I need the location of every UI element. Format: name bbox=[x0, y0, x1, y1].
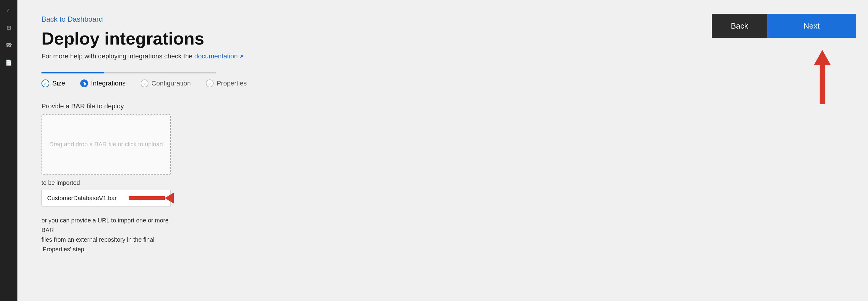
upload-placeholder: Drag and drop a BAR file or click to upl… bbox=[49, 141, 163, 148]
right-panel: Back Next bbox=[700, 0, 868, 301]
external-link-icon: ↗ bbox=[239, 53, 243, 60]
step-properties[interactable]: ○ Properties bbox=[206, 79, 247, 87]
step-integrations[interactable]: ◑ Integrations bbox=[80, 79, 126, 87]
steps-progress-bar bbox=[41, 72, 216, 74]
step-size[interactable]: ✓ Size bbox=[41, 79, 65, 87]
steps-list: ✓ Size ◑ Integrations ○ Configuration ○ … bbox=[41, 79, 676, 87]
step-configuration[interactable]: ○ Configuration bbox=[141, 79, 191, 87]
bottom-text: or you can provide a URL to import one o… bbox=[41, 216, 171, 254]
arrow-left bbox=[129, 193, 174, 203]
arrow-up-head bbox=[814, 50, 831, 65]
step-size-icon: ✓ bbox=[41, 79, 49, 87]
step-integrations-label: Integrations bbox=[91, 79, 126, 87]
arrow-up-container bbox=[814, 50, 831, 104]
file-name: CustomerDatabaseV1.bar bbox=[47, 195, 117, 202]
arrow-left-tail bbox=[129, 196, 165, 200]
step-properties-label: Properties bbox=[217, 79, 247, 87]
arrow-up-tail bbox=[819, 65, 825, 104]
documentation-link[interactable]: documentation↗ bbox=[194, 52, 243, 60]
subtitle-text: For more help with deploying integration… bbox=[41, 52, 193, 60]
step-integrations-icon: ◑ bbox=[80, 79, 88, 87]
sidebar-icon-document[interactable]: 📄 bbox=[4, 58, 13, 67]
imported-label: to be imported bbox=[41, 180, 676, 186]
step-configuration-label: Configuration bbox=[152, 79, 191, 87]
back-to-dashboard-link[interactable]: Back to Dashboard bbox=[41, 15, 103, 24]
next-button[interactable]: Next bbox=[767, 14, 856, 38]
upload-label: Provide a BAR file to deploy bbox=[41, 102, 676, 110]
sidebar-icon-grid[interactable]: ⊞ bbox=[4, 24, 13, 32]
file-row: CustomerDatabaseV1.bar bbox=[41, 190, 171, 207]
back-button[interactable]: Back bbox=[712, 14, 767, 38]
page-subtitle: For more help with deploying integration… bbox=[41, 52, 676, 60]
main-content: Back to Dashboard Deploy integrations Fo… bbox=[18, 0, 700, 301]
page-title: Deploy integrations bbox=[41, 29, 676, 48]
button-row: Back Next bbox=[712, 14, 856, 38]
step-properties-icon: ○ bbox=[206, 79, 214, 87]
step-configuration-icon: ○ bbox=[141, 79, 149, 87]
step-size-label: Size bbox=[52, 79, 65, 87]
arrow-left-head bbox=[165, 193, 174, 203]
sidebar: ⌂ ⊞ ☎ 📄 bbox=[0, 0, 18, 301]
upload-area[interactable]: Drag and drop a BAR file or click to upl… bbox=[41, 114, 171, 174]
steps-bar-fill bbox=[41, 72, 104, 74]
sidebar-icon-phone[interactable]: ☎ bbox=[4, 41, 13, 49]
sidebar-icon-home[interactable]: ⌂ bbox=[4, 6, 13, 15]
form-section: Provide a BAR file to deploy Drag and dr… bbox=[41, 102, 676, 207]
steps-container: ✓ Size ◑ Integrations ○ Configuration ○ … bbox=[41, 72, 676, 87]
